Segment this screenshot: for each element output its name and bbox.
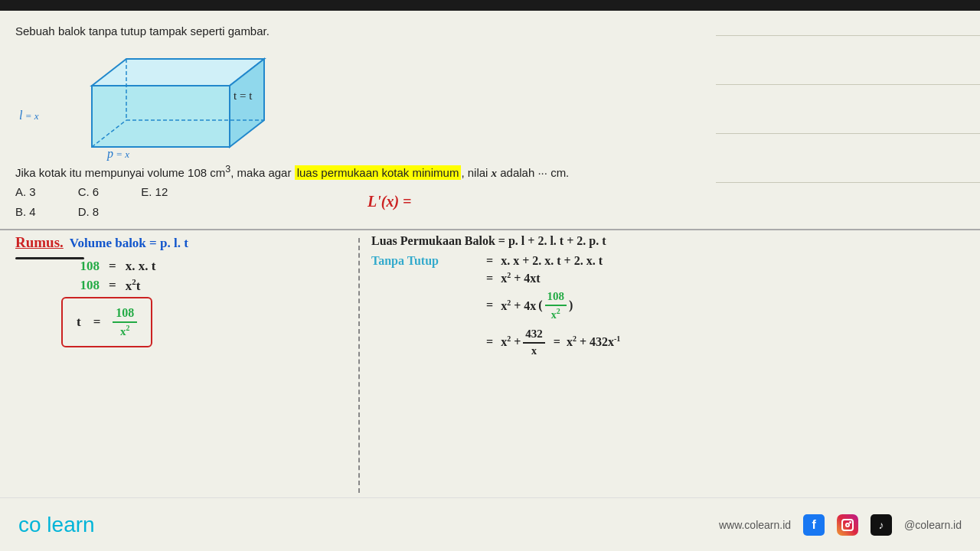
tanpa-tutup-label: Tanpa Tutup bbox=[371, 254, 479, 268]
problem-intro: Sebuah balok tanpa tutup tampak seperti … bbox=[15, 24, 270, 38]
luas-title: Luas Permukaan Balok = p. l + 2. l. t + … bbox=[371, 234, 972, 248]
rhs-line-3: = x2 + 4x ( 108 x2 ) bbox=[371, 289, 972, 322]
boxed-formula: t = 108 x2 bbox=[61, 297, 152, 347]
h-divider bbox=[0, 229, 980, 230]
eq-line-2: 108 = x2t bbox=[15, 277, 352, 294]
rhs-line-2: = x2 + 4xt bbox=[371, 271, 972, 285]
colearn-logo: co learn bbox=[18, 513, 95, 537]
box-diagram: l = x p = x t = t bbox=[15, 47, 276, 158]
tanpa-tutup-line: Tanpa Tutup = x. x + 2. x. t + 2. x. t bbox=[371, 254, 972, 268]
formula-right: Luas Permukaan Balok = p. l + 2. l. t + … bbox=[371, 234, 972, 360]
svg-marker-0 bbox=[92, 86, 230, 147]
eq-line-3-boxed: t = 108 x2 bbox=[15, 297, 352, 347]
fraction-432-x: 432 x bbox=[523, 326, 545, 359]
choice-e: E. 12 bbox=[141, 185, 168, 198]
choice-d: D. 8 bbox=[78, 205, 100, 218]
main-container: Sebuah balok tanpa tutup tampak seperti … bbox=[0, 0, 980, 551]
instagram-icon[interactable] bbox=[837, 514, 858, 536]
luas-title-text: Luas Permukaan Balok bbox=[371, 234, 495, 247]
volume-title: Volume balok = p. l. t bbox=[70, 236, 188, 251]
rumus-title: Rumus. Volume balok = p. l. t bbox=[15, 234, 352, 251]
choice-c: C. 6 bbox=[78, 185, 100, 198]
rumus-label: Rumus. bbox=[15, 234, 64, 251]
question-text: Jika kotak itu mempunyai volume 108 cm3,… bbox=[15, 166, 569, 179]
box-svg bbox=[15, 47, 276, 158]
intro-text: Sebuah balok tanpa tutup tampak seperti … bbox=[15, 24, 270, 37]
choice-a: A. 3 bbox=[15, 185, 36, 198]
footer: co learn www.colearn.id f ♪ @colearn.id bbox=[0, 497, 980, 551]
v-divider bbox=[358, 238, 360, 493]
content-area: Sebuah balok tanpa tutup tampak seperti … bbox=[0, 11, 980, 540]
facebook-icon[interactable]: f bbox=[803, 514, 825, 536]
question-line: Jika kotak itu mempunyai volume 108 cm3,… bbox=[15, 164, 704, 180]
answer-row-2: B. 4 D. 8 bbox=[15, 205, 99, 218]
label-l: l = x bbox=[19, 109, 39, 122]
rhs-line-4a: = x2 + 432 x = x2 + 432x-1 bbox=[371, 326, 972, 359]
footer-right: www.colearn.id f ♪ @colearn.id bbox=[719, 514, 962, 536]
fraction-t: 108 x2 bbox=[113, 305, 137, 340]
formula-left: Rumus. Volume balok = p. l. t 108 = x. x… bbox=[15, 234, 352, 350]
label-t: t = t bbox=[234, 90, 252, 103]
social-text: @colearn.id bbox=[904, 519, 962, 531]
answer-row-1: A. 3 C. 6 E. 12 bbox=[15, 185, 168, 198]
choice-b: B. 4 bbox=[15, 205, 36, 218]
tiktok-icon[interactable]: ♪ bbox=[871, 514, 892, 536]
label-p: p = x bbox=[107, 147, 129, 161]
highlight-text: luas permukaan kotak minimum bbox=[295, 165, 462, 180]
website-text: www.colearn.id bbox=[719, 519, 791, 531]
eq-line-1: 108 = x. x. t bbox=[15, 259, 352, 274]
top-bar bbox=[0, 0, 980, 11]
fraction-108-x2: 108 x2 bbox=[545, 289, 567, 322]
derivative-label: L'(x) = bbox=[368, 193, 412, 210]
